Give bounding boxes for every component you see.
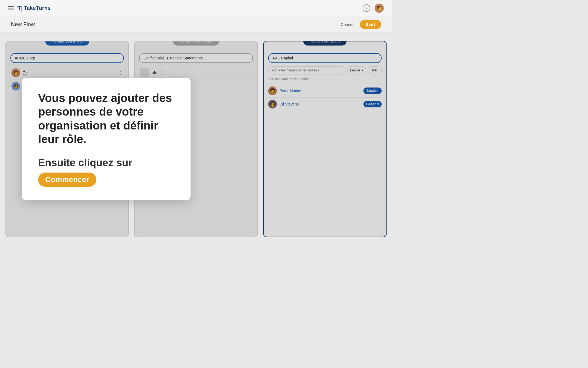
logo-icon: T|	[17, 5, 23, 12]
commencer-button[interactable]: Commencer	[38, 173, 96, 187]
modal-secondary-text: Ensuite cliquez sur	[38, 157, 132, 169]
modal-secondary-row: Ensuite cliquez sur Commencer	[38, 157, 174, 187]
subheader-actions: Cancel Start	[337, 20, 381, 29]
modal-dialog: Vous pouvez ajouter des personnes de vot…	[22, 78, 191, 201]
top-navigation: T| TakeTurns ? 🧑	[0, 0, 392, 16]
page-title: New Flow	[11, 21, 35, 28]
nav-right: ? 🧑	[363, 4, 384, 13]
modal-main-text: Vous pouvez ajouter des personnes de vot…	[38, 91, 174, 146]
app-logo: T| TakeTurns	[17, 5, 51, 12]
cancel-button[interactable]: Cancel	[337, 20, 357, 28]
subheader: New Flow Cancel Start	[0, 16, 392, 33]
hamburger-menu[interactable]	[8, 6, 14, 10]
help-icon[interactable]: ?	[363, 4, 370, 12]
nav-left: T| TakeTurns	[8, 5, 51, 12]
app-name: TakeTurns	[24, 5, 51, 11]
user-avatar[interactable]: 🧑	[375, 4, 384, 13]
main-area: People you invite 🧑 A... Mo ⋮ 🧑 A...	[0, 33, 392, 245]
start-button[interactable]: Start	[360, 20, 381, 29]
modal-overlay: Vous pouvez ajouter des personnes de vot…	[0, 33, 392, 245]
